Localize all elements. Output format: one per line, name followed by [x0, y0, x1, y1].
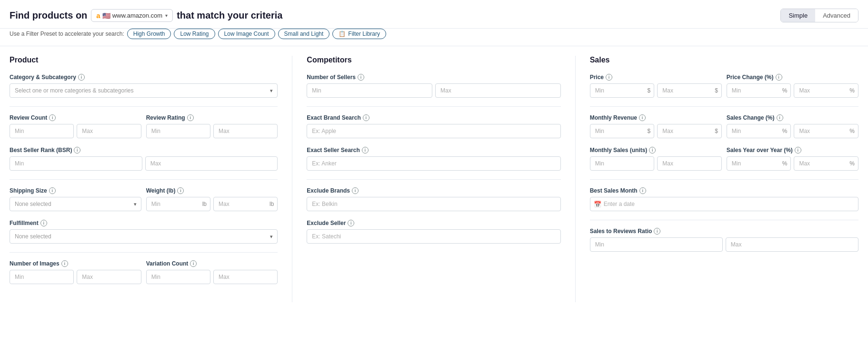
- num-images-info-icon[interactable]: i: [61, 260, 68, 267]
- num-sellers-min[interactable]: [307, 83, 432, 98]
- num-sellers-info-icon[interactable]: i: [358, 74, 364, 81]
- sales-change-min-wrapper: %: [727, 124, 791, 138]
- sales-change-min[interactable]: [727, 124, 791, 138]
- price-change-max[interactable]: [794, 83, 858, 98]
- num-sellers-label: Number of Sellers i: [307, 74, 560, 81]
- price-info-icon[interactable]: i: [606, 74, 612, 81]
- price-max[interactable]: [657, 83, 722, 98]
- review-rating-inputs: [146, 124, 278, 138]
- monthly-sales-min[interactable]: [590, 156, 655, 171]
- bsr-info-icon[interactable]: i: [74, 147, 80, 154]
- exclude-seller-info-icon[interactable]: i: [348, 220, 354, 226]
- filter-library-button[interactable]: 📋 Filter Library: [332, 29, 386, 39]
- sales-yoy-max[interactable]: [794, 156, 858, 171]
- exclude-brands-input[interactable]: [307, 197, 560, 211]
- main-content: Product Category & Subcategory i Select …: [0, 46, 868, 312]
- price-change-label: Price Change (%) i: [727, 74, 858, 81]
- variation-min[interactable]: [146, 270, 210, 284]
- price-group: Price i $ $: [590, 74, 722, 98]
- title-suffix: that match your criteria: [177, 10, 282, 21]
- exact-brand-input[interactable]: [307, 124, 560, 138]
- variation-max[interactable]: [213, 270, 278, 284]
- preset-small-and-light[interactable]: Small and Light: [278, 29, 330, 39]
- variation-count-group: Variation Count i: [146, 260, 278, 284]
- exact-seller-info-icon[interactable]: i: [362, 147, 369, 154]
- bsr-min[interactable]: [10, 156, 142, 171]
- variation-info-icon[interactable]: i: [190, 260, 197, 267]
- num-images-group: Number of Images i: [10, 260, 141, 284]
- monthly-sales-info-icon[interactable]: i: [649, 147, 656, 154]
- sales-yoy-label: Sales Year over Year (%) i: [727, 147, 858, 154]
- monthly-revenue-info-icon[interactable]: i: [639, 114, 646, 121]
- preset-low-image-count[interactable]: Low Image Count: [218, 29, 275, 39]
- amazon-selector[interactable]: a 🇺🇸 www.amazon.com ▾: [91, 9, 173, 22]
- view-toggle: Simple Advanced: [780, 9, 858, 22]
- review-count-info-icon[interactable]: i: [49, 114, 56, 121]
- review-rating-max[interactable]: [213, 124, 278, 138]
- weight-max[interactable]: [213, 197, 278, 211]
- review-rating-min[interactable]: [146, 124, 210, 138]
- price-change-info-icon[interactable]: i: [776, 74, 782, 81]
- num-sellers-max[interactable]: [435, 83, 561, 98]
- best-sales-month-info-icon[interactable]: i: [639, 187, 646, 194]
- weight-max-wrapper: lb: [213, 197, 278, 211]
- monthly-sales-max[interactable]: [657, 156, 722, 171]
- review-rating-info-icon[interactable]: i: [187, 114, 194, 121]
- weight-min-suffix: lb: [202, 201, 207, 207]
- sales-reviews-inputs: [590, 237, 858, 252]
- sales-reviews-max[interactable]: [726, 237, 858, 252]
- exact-brand-group: Exact Brand Search i: [307, 114, 560, 138]
- num-images-label: Number of Images i: [10, 260, 141, 267]
- bsr-field-group: Best Seller Rank (BSR) i: [10, 147, 278, 171]
- preset-high-growth[interactable]: High Growth: [127, 29, 171, 39]
- monthly-sales-label: Monthly Sales (units) i: [590, 147, 722, 154]
- sales-change-max[interactable]: [794, 124, 858, 138]
- price-change-min[interactable]: [727, 83, 791, 98]
- weight-group: Weight (lb) i lb lb: [146, 187, 278, 211]
- shipping-info-icon[interactable]: i: [49, 187, 56, 194]
- price-change-group: Price Change (%) i % %: [727, 74, 858, 98]
- category-select[interactable]: Select one or more categories & subcateg…: [10, 83, 278, 98]
- comp-divider-2: [307, 179, 560, 180]
- exclude-seller-group: Exclude Seller i: [307, 220, 560, 244]
- sales-divider-3: [590, 220, 858, 220]
- sales-change-info-icon[interactable]: i: [777, 114, 783, 121]
- sales-yoy-info-icon[interactable]: i: [795, 147, 801, 154]
- exclude-brands-info-icon[interactable]: i: [352, 187, 359, 194]
- weight-max-suffix: lb: [269, 201, 274, 207]
- weight-info-icon[interactable]: i: [177, 187, 184, 194]
- fulfillment-info-icon[interactable]: i: [40, 220, 47, 226]
- product-title: Product: [10, 56, 278, 64]
- book-icon: 📋: [339, 31, 346, 37]
- exact-seller-input[interactable]: [307, 156, 560, 171]
- review-count-max[interactable]: [77, 124, 141, 138]
- sales-change-max-wrapper: %: [794, 124, 858, 138]
- competitors-section: Competitors Number of Sellers i Exact Br…: [292, 56, 575, 302]
- sales-title: Sales: [590, 56, 858, 64]
- simple-view-button[interactable]: Simple: [781, 9, 815, 22]
- monthly-revenue-max[interactable]: [657, 124, 722, 138]
- sales-yoy-min[interactable]: [727, 156, 791, 171]
- monthly-revenue-group: Monthly Revenue i $ $: [590, 114, 722, 138]
- sales-reviews-info-icon[interactable]: i: [654, 228, 660, 235]
- review-count-min[interactable]: [10, 124, 74, 138]
- best-sales-month-input[interactable]: [590, 197, 858, 211]
- category-info-icon[interactable]: i: [78, 74, 85, 81]
- sales-reviews-min[interactable]: [590, 237, 723, 252]
- monthly-revenue-min[interactable]: [590, 124, 655, 138]
- price-min[interactable]: [590, 83, 655, 98]
- sales-change-group: Sales Change (%) i % %: [727, 114, 858, 138]
- weight-min[interactable]: [146, 197, 210, 211]
- num-images-max[interactable]: [77, 270, 141, 284]
- advanced-view-button[interactable]: Advanced: [815, 9, 858, 22]
- exclude-seller-input[interactable]: [307, 229, 560, 244]
- preset-low-rating[interactable]: Low Rating: [174, 29, 215, 39]
- shipping-size-select[interactable]: None selected: [10, 197, 141, 211]
- fulfillment-select[interactable]: None selected: [10, 229, 278, 244]
- sales-section: Sales Price i $ $: [576, 56, 858, 302]
- exact-brand-info-icon[interactable]: i: [363, 114, 369, 121]
- best-sales-month-label: Best Sales Month i: [590, 187, 858, 194]
- num-images-min[interactable]: [10, 270, 74, 284]
- bsr-max[interactable]: [145, 156, 278, 171]
- sales-change-max-suffix: %: [849, 128, 855, 134]
